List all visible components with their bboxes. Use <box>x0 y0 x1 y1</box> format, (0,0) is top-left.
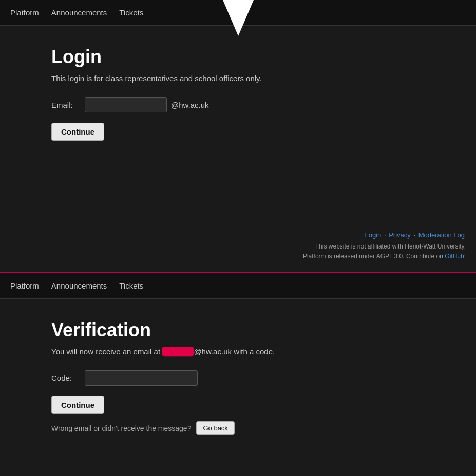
login-title: Login <box>51 46 425 68</box>
footer-privacy-link[interactable]: Privacy <box>389 231 411 239</box>
footer-top: Login · Privacy · Moderation Log This we… <box>0 231 476 272</box>
go-back-button[interactable]: Go back <box>196 421 234 435</box>
nav2-announcements-link[interactable]: Announcements <box>51 274 107 297</box>
email-label: Email: <box>51 101 80 109</box>
login-section: Login This login is for class representa… <box>0 26 476 231</box>
code-input[interactable] <box>85 370 198 386</box>
verification-message: You will now receive an email at █████@h… <box>51 347 425 356</box>
nav-announcements-link[interactable]: Announcements <box>51 1 107 24</box>
code-form-row: Code: <box>51 370 425 386</box>
footer-links-top: Login · Privacy · Moderation Log <box>10 231 466 239</box>
email-form-row: Email: @hw.ac.uk <box>51 97 425 112</box>
section-divider <box>0 272 476 273</box>
nav-tickets-link[interactable]: Tickets <box>119 1 143 24</box>
redacted-email: █████ <box>162 347 194 356</box>
bottom-navbar: Platform Announcements Tickets <box>0 273 476 299</box>
email-suffix: @hw.ac.uk <box>171 101 209 109</box>
verification-continue-button[interactable]: Continue <box>51 396 104 414</box>
code-label: Code: <box>51 374 80 383</box>
footer-text-top: This website is not affiliated with Heri… <box>10 242 466 261</box>
login-continue-button[interactable]: Continue <box>51 123 104 141</box>
top-navbar: Platform Announcements Tickets <box>0 0 476 26</box>
footer-login-link[interactable]: Login <box>365 231 382 239</box>
footer-github-link[interactable]: GitHub <box>445 253 464 260</box>
footer-moderation-link[interactable]: Moderation Log <box>418 231 465 239</box>
verification-section: Verification You will now receive an ema… <box>0 299 476 476</box>
nav-platform-link[interactable]: Platform <box>10 1 39 24</box>
wrong-email-text: Wrong email or didn't receive the messag… <box>51 424 191 432</box>
nav2-tickets-link[interactable]: Tickets <box>119 274 143 297</box>
wrong-email-row: Wrong email or didn't receive the messag… <box>51 421 425 435</box>
verification-title: Verification <box>51 319 425 341</box>
nav2-platform-link[interactable]: Platform <box>10 274 39 297</box>
email-input[interactable] <box>85 97 167 112</box>
login-subtitle: This login is for class representatives … <box>51 74 425 83</box>
